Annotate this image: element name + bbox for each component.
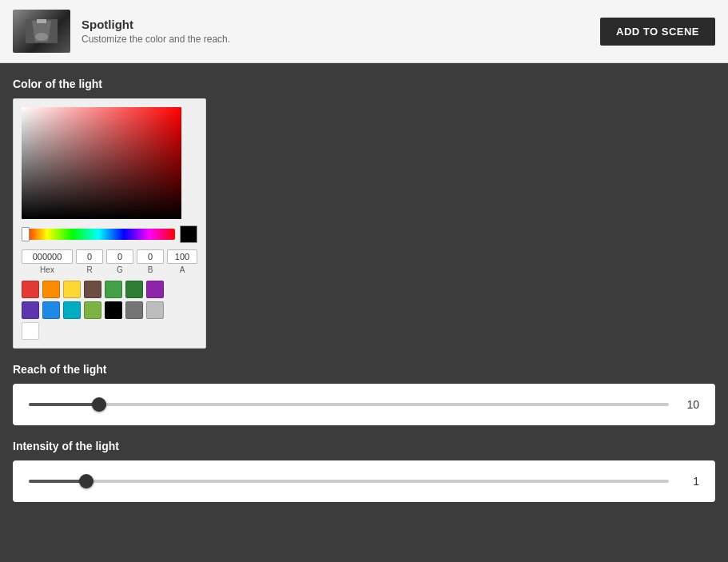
a-label: A bbox=[167, 265, 197, 274]
header-title: Spotlight bbox=[82, 18, 230, 31]
hex-input[interactable] bbox=[22, 249, 73, 264]
reach-slider-row: 10 bbox=[29, 398, 699, 411]
color-swatch[interactable] bbox=[125, 301, 143, 319]
color-section: Color of the light bbox=[13, 78, 715, 349]
a-input[interactable] bbox=[167, 249, 197, 264]
intensity-slider-thumb bbox=[79, 474, 93, 488]
reach-slider-track[interactable] bbox=[29, 403, 669, 406]
saturation-box[interactable] bbox=[22, 107, 181, 219]
saturation-dark bbox=[22, 107, 181, 219]
swatches-row bbox=[22, 281, 181, 340]
hue-thumb[interactable] bbox=[22, 227, 30, 241]
color-swatch[interactable] bbox=[105, 281, 122, 298]
b-input[interactable] bbox=[137, 249, 164, 264]
color-input-labels: Hex R G B A bbox=[22, 265, 197, 274]
svg-point-3 bbox=[35, 33, 48, 41]
hex-label: Hex bbox=[22, 265, 73, 274]
color-swatch[interactable] bbox=[42, 281, 60, 298]
color-swatch[interactable] bbox=[105, 301, 122, 319]
header: Spotlight Customize the color and the re… bbox=[0, 0, 728, 63]
hue-slider[interactable] bbox=[22, 229, 175, 240]
color-preview bbox=[180, 225, 197, 243]
color-inputs-row bbox=[22, 249, 197, 264]
color-swatch[interactable] bbox=[63, 301, 81, 319]
color-swatch[interactable] bbox=[22, 322, 39, 340]
color-swatch[interactable] bbox=[22, 281, 39, 298]
header-text: Spotlight Customize the color and the re… bbox=[82, 18, 230, 45]
hue-row bbox=[22, 225, 197, 243]
reach-section: Reach of the light 10 bbox=[13, 363, 715, 425]
spotlight-thumbnail bbox=[13, 10, 70, 53]
color-picker: Hex R G B A bbox=[13, 98, 206, 349]
reach-slider-fill bbox=[29, 403, 99, 406]
intensity-value: 1 bbox=[680, 475, 699, 488]
intensity-slider-fill bbox=[29, 480, 86, 483]
color-swatch[interactable] bbox=[146, 301, 164, 319]
reach-slider-container: 10 bbox=[13, 384, 715, 425]
color-swatch[interactable] bbox=[125, 281, 143, 298]
r-label: R bbox=[76, 265, 103, 274]
g-label: G bbox=[106, 265, 133, 274]
color-swatch[interactable] bbox=[84, 301, 101, 319]
header-subtitle: Customize the color and the reach. bbox=[82, 34, 230, 45]
b-label: B bbox=[137, 265, 164, 274]
reach-slider-thumb bbox=[92, 397, 106, 412]
reach-section-label: Reach of the light bbox=[13, 363, 715, 376]
color-swatch[interactable] bbox=[63, 281, 81, 298]
color-section-label: Color of the light bbox=[13, 78, 715, 90]
color-swatch[interactable] bbox=[146, 281, 164, 298]
reach-value: 10 bbox=[680, 398, 699, 411]
svg-rect-2 bbox=[37, 19, 46, 23]
intensity-slider-track[interactable] bbox=[29, 480, 669, 483]
add-to-scene-button[interactable]: ADD TO SCENE bbox=[600, 18, 715, 46]
intensity-slider-row: 1 bbox=[29, 475, 699, 488]
r-input[interactable] bbox=[76, 249, 103, 264]
color-swatch[interactable] bbox=[22, 301, 39, 319]
header-left: Spotlight Customize the color and the re… bbox=[13, 10, 230, 53]
main-content: Color of the light bbox=[0, 63, 728, 526]
color-swatch[interactable] bbox=[42, 301, 60, 319]
color-swatch[interactable] bbox=[84, 281, 101, 298]
intensity-section: Intensity of the light 1 bbox=[13, 440, 715, 502]
intensity-section-label: Intensity of the light bbox=[13, 440, 715, 452]
intensity-slider-container: 1 bbox=[13, 460, 715, 502]
g-input[interactable] bbox=[106, 249, 133, 264]
